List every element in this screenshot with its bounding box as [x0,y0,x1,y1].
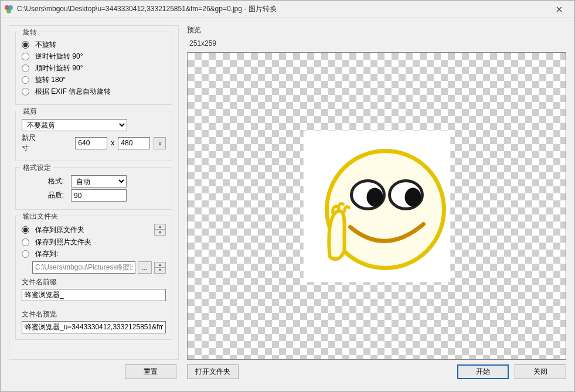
crop-mode-select[interactable]: 不要裁剪 [22,119,127,131]
prefix-label: 文件名前缀 [22,277,166,287]
output-custom-radio[interactable] [22,250,29,258]
filename-preview-label: 文件名预览 [22,309,166,319]
spin-down-icon[interactable]: ▾ [154,268,166,274]
crop-size-row: 新尺寸 x ∨ [22,133,166,153]
format-label: 格式: [22,176,67,186]
output-spin-1[interactable]: ▴ ▾ [154,224,166,236]
format-row: 格式: 自动 [22,175,166,188]
rotate-ccw90-radio[interactable] [22,53,29,60]
rotate-ccw90-row[interactable]: 逆时针旋转 90° [22,52,166,62]
output-path-input [32,261,135,274]
output-original-row[interactable]: 保存到原文件夹 ▴ ▾ [22,224,166,236]
spin-up-icon[interactable]: ▴ [154,224,166,230]
settings-column: 旋转 不旋转 逆时针旋转 90° 顺时针旋转 90° [9,25,179,383]
preview-heading: 预览 [187,25,566,35]
preview-canvas [187,52,566,360]
preview-image [303,130,450,282]
filename-preview-input[interactable] [22,321,166,333]
format-group: 格式设定 格式: 自动 品质: [15,167,172,210]
svg-point-7 [366,188,383,206]
crop-mode-row: 不要裁剪 [22,119,166,131]
spin-up-icon[interactable]: ▴ [154,262,166,268]
rotate-legend: 旋转 [21,28,39,38]
format-legend: 格式设定 [21,163,53,173]
rotate-none-label: 不旋转 [35,40,56,50]
window-title: C:\Users\mbgou\Desktop\u=3443330412,3332… [17,4,547,14]
rotate-group: 旋转 不旋转 逆时针旋转 90° 顺时针旋转 90° [15,32,172,105]
left-footer: 重置 [9,360,179,383]
output-legend: 输出文件夹 [21,212,60,221]
output-photos-row[interactable]: 保存到照片文件夹 [22,237,166,247]
output-browse-button[interactable]: ... [138,261,152,274]
output-photos-radio[interactable] [22,238,29,246]
window-root: C:\Users\mbgou\Desktop\u=3443330412,3332… [0,0,575,392]
quality-row: 品质: [22,189,166,202]
rotate-ccw90-label: 逆时针旋转 90° [35,52,83,62]
rotate-cw90-radio[interactable] [22,64,29,72]
crop-newsize-label: 新尺寸 [22,133,42,153]
right-footer: 打开文件夹 开始 关闭 [187,360,566,383]
output-group: 输出文件夹 保存到原文件夹 ▴ ▾ 保存到照片文件夹 [15,216,172,340]
close-button[interactable]: 关闭 [515,364,566,379]
output-original-label: 保存到原文件夹 [35,225,84,235]
preview-column: 预览 251x259 [187,25,566,383]
output-original-radio[interactable] [22,226,29,234]
output-photos-label: 保存到照片文件夹 [35,237,91,247]
reset-button[interactable]: 重置 [125,364,176,379]
quality-input[interactable] [71,189,127,202]
output-custom-row[interactable]: 保存到: [22,249,166,259]
preview-dimensions: 251x259 [189,39,566,47]
rotate-exif-radio[interactable] [22,88,29,96]
rotate-exif-label: 根据 EXIF 信息自动旋转 [35,87,111,97]
rotate-none-radio[interactable] [22,41,29,49]
rotate-cw90-label: 顺时针旋转 90° [35,63,83,73]
crop-group: 裁剪 不要裁剪 新尺寸 x ∨ [15,111,172,161]
rotate-cw90-row[interactable]: 顺时针旋转 90° [22,63,166,73]
window-close-button[interactable] [547,1,571,18]
crop-width-input[interactable] [75,137,107,149]
body: 旋转 不旋转 逆时针旋转 90° 顺时针旋转 90° [1,18,574,391]
start-button[interactable]: 开始 [457,364,509,379]
output-path-row: ... ▴ ▾ [32,261,166,274]
rotate-180-radio[interactable] [22,76,29,84]
prefix-input[interactable] [22,289,166,301]
settings-panel: 旋转 不旋转 逆时针旋转 90° 顺时针旋转 90° [9,25,179,360]
svg-point-2 [6,9,11,13]
titlebar: C:\Users\mbgou\Desktop\u=3443330412,3332… [1,1,574,18]
crop-height-input[interactable] [118,137,150,149]
crop-x-separator: x [111,139,114,147]
rotate-180-row[interactable]: 旋转 180° [22,75,166,85]
svg-point-8 [404,188,421,206]
app-icon [4,5,13,14]
rotate-none-row[interactable]: 不旋转 [22,40,166,50]
crop-legend: 裁剪 [21,107,39,117]
format-select[interactable]: 自动 [71,175,127,188]
output-spin-2[interactable]: ▴ ▾ [154,262,166,274]
quality-label: 品质: [22,190,67,200]
spin-down-icon[interactable]: ▾ [154,230,166,236]
open-folder-button[interactable]: 打开文件夹 [187,364,239,379]
output-custom-label: 保存到: [35,249,58,259]
rotate-180-label: 旋转 180° [35,75,66,85]
crop-swap-button[interactable]: ∨ [154,137,166,149]
rotate-exif-row[interactable]: 根据 EXIF 信息自动旋转 [22,87,166,97]
